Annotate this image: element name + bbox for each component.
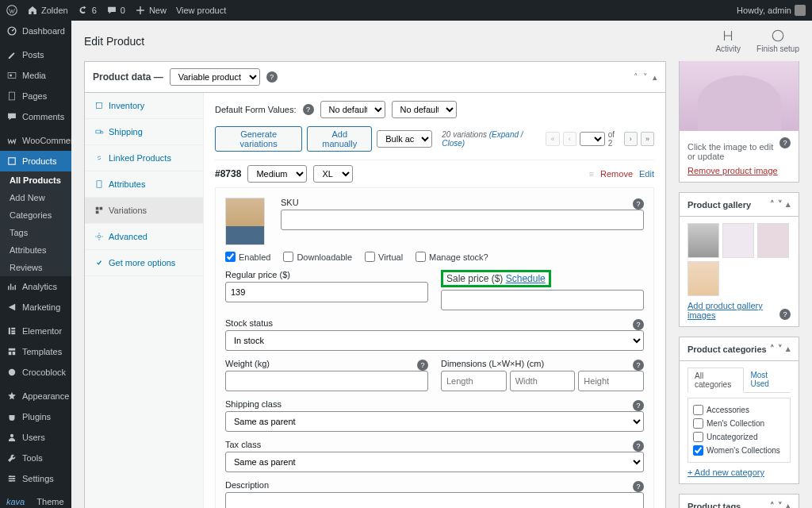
site-name[interactable]: Zolden xyxy=(27,5,68,16)
view-product[interactable]: View product xyxy=(176,6,226,15)
admin-bar: Zolden 6 0 New View product Howdy, admin xyxy=(0,0,812,21)
wp-logo[interactable] xyxy=(6,5,17,16)
new-content[interactable]: New xyxy=(135,5,167,16)
updates[interactable]: 6 xyxy=(78,5,97,16)
howdy[interactable]: Howdy, admin xyxy=(737,5,806,16)
avatar-icon xyxy=(795,5,806,16)
comments-count[interactable]: 0 xyxy=(106,5,125,16)
